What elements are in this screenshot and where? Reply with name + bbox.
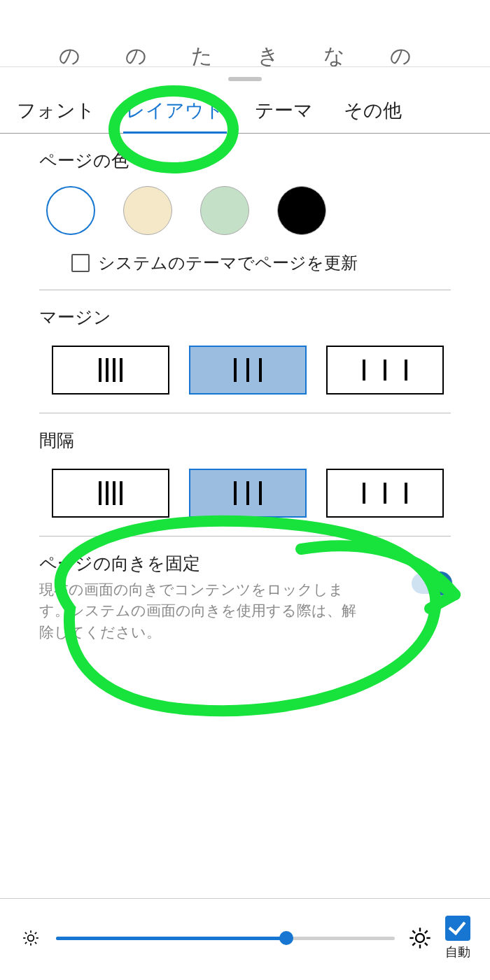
spacing-options (39, 462, 451, 536)
page-color-swatches (39, 182, 451, 248)
section-spacing: 間隔 (0, 413, 490, 536)
swatch-black[interactable] (277, 186, 326, 235)
brightness-thumb-icon (279, 931, 293, 945)
margin-title: マージン (39, 306, 451, 329)
brightness-bar: 自動 (0, 898, 490, 960)
brightness-fill (56, 937, 286, 940)
svg-point-9 (416, 934, 424, 942)
margin-medium[interactable] (189, 346, 307, 395)
tab-other[interactable]: その他 (341, 94, 405, 133)
tab-bar: フォント レイアウト テーマ その他 (0, 94, 490, 134)
spacing-medium[interactable] (189, 469, 307, 518)
svg-point-0 (28, 935, 34, 942)
brightness-high-icon (409, 927, 431, 949)
toggle-knob-icon (428, 571, 452, 595)
brightness-auto-checkbox[interactable] (445, 916, 470, 941)
settings-sheet: フォント レイアウト テーマ その他 ページの色 システムのテーマでページを更新… (0, 66, 490, 980)
system-theme-checkbox[interactable] (71, 254, 90, 272)
spacing-tight[interactable] (52, 469, 169, 518)
svg-line-5 (25, 932, 27, 934)
spacing-loose[interactable] (326, 469, 444, 518)
svg-line-6 (35, 942, 36, 944)
lock-orientation-text: ページの向きを固定 現在の画面の向きでコンテンツをロックします。システムの画面の… (39, 552, 368, 643)
brightness-auto: 自動 (445, 916, 470, 960)
tab-layout[interactable]: レイアウト (123, 94, 227, 133)
lock-orientation-row: ページの向きを固定 現在の画面の向きでコンテンツをロックします。システムの画面の… (0, 537, 490, 643)
svg-line-14 (412, 930, 415, 933)
swatch-green[interactable] (200, 186, 249, 235)
brightness-slider[interactable] (56, 931, 395, 945)
margin-wide[interactable] (326, 346, 444, 395)
lock-orientation-toggle[interactable] (412, 573, 451, 594)
tab-theme[interactable]: テーマ (252, 94, 316, 133)
svg-line-16 (412, 943, 415, 946)
system-theme-label: システムのテーマでページを更新 (98, 252, 358, 274)
section-margin: マージン (0, 290, 490, 413)
tab-font[interactable]: フォント (14, 94, 98, 133)
svg-line-17 (425, 930, 428, 933)
page-color-title: ページの色 (39, 149, 451, 172)
system-theme-row: システムのテーマでページを更新 (39, 248, 451, 290)
margin-narrow[interactable] (52, 346, 169, 395)
margin-options (39, 339, 451, 413)
brightness-low-icon (20, 927, 42, 949)
spacing-title: 間隔 (39, 429, 451, 452)
lock-orientation-title: ページの向きを固定 (39, 552, 368, 575)
drag-handle-icon[interactable] (228, 77, 262, 81)
swatch-sepia[interactable] (123, 186, 172, 235)
section-page-color: ページの色 システムのテーマでページを更新 (0, 134, 490, 290)
svg-line-7 (25, 942, 27, 944)
lock-orientation-desc: 現在の画面の向きでコンテンツをロックします。システムの画面の向きを使用する際は、… (39, 579, 368, 643)
svg-line-15 (425, 943, 428, 946)
brightness-auto-label: 自動 (445, 944, 470, 960)
swatch-white[interactable] (46, 186, 95, 235)
svg-line-8 (35, 932, 36, 934)
